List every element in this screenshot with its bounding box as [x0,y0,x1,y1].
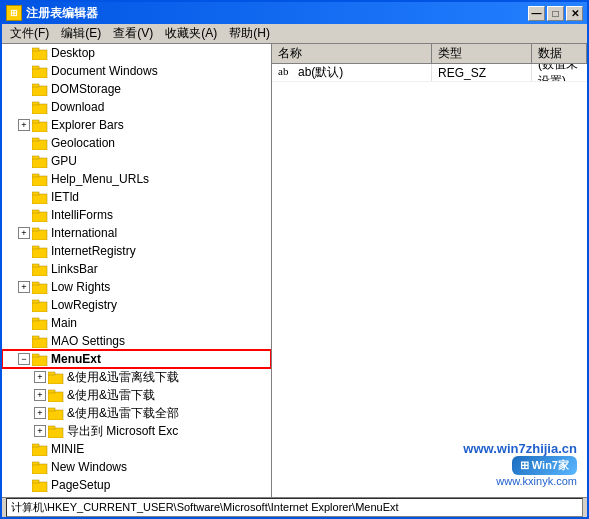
minimize-button[interactable]: — [528,6,545,21]
right-panel-header: 名称 类型 数据 [272,44,587,64]
folder-icon [48,406,64,420]
svg-rect-36 [48,374,63,384]
window-title: 注册表编辑器 [26,5,98,22]
tree-item-internetregistry[interactable]: InternetRegistry [2,242,271,260]
registry-editor-window: ⊞ 注册表编辑器 — □ ✕ 文件(F) 编辑(E) 查看(V) 收藏夹(A) … [0,0,589,519]
svg-rect-17 [32,192,39,195]
app-icon: ⊞ [6,5,22,21]
tree-label-menuext-child4: 导出到 Microsoft Exc [67,423,178,440]
svg-rect-41 [48,408,55,411]
folder-icon [32,190,48,204]
svg-rect-2 [32,68,47,78]
tree-label-minie: MINIE [51,442,84,456]
svg-rect-1 [32,48,39,51]
folder-icon [32,316,48,330]
tree-item-mao-settings[interactable]: MAO Settings [2,332,271,350]
tree-item-low-rights[interactable]: + Low Rights [2,278,271,296]
status-path: 计算机\HKEY_CURRENT_USER\Software\Microsoft… [6,498,583,517]
folder-icon [48,424,64,438]
col-header-type: 类型 [432,44,532,63]
tree-item-linksbar[interactable]: LinksBar [2,260,271,278]
tree-item-international[interactable]: + International [2,224,271,242]
tree-item-help-menu-urls[interactable]: Help_Menu_URLs [2,170,271,188]
svg-rect-39 [48,390,55,393]
tree-label-pagesetup: PageSetup [51,478,110,492]
folder-icon [32,46,48,60]
svg-rect-6 [32,104,47,114]
right-panel: 名称 类型 数据 ab ab(默认) REG_SZ (数值未设置) [272,44,587,497]
menu-bar: 文件(F) 编辑(E) 查看(V) 收藏夹(A) 帮助(H) [2,24,587,44]
tree-item-new-windows[interactable]: New Windows [2,458,271,476]
folder-icon [32,172,48,186]
tree-item-domstorage[interactable]: DOMStorage [2,80,271,98]
svg-rect-47 [32,462,39,465]
tree-item-geolocation[interactable]: Geolocation [2,134,271,152]
svg-rect-32 [32,338,47,348]
svg-rect-0 [32,50,47,60]
svg-rect-27 [32,282,39,285]
tree-item-menuext-child4[interactable]: + 导出到 Microsoft Exc [2,422,271,440]
tree-label-domstorage: DOMStorage [51,82,121,96]
tree-item-intelliforms[interactable]: IntelliForms [2,206,271,224]
tree-scroll[interactable]: Desktop Document Windows [2,44,271,497]
col-header-name: 名称 [272,44,432,63]
tree-item-menuext-child3[interactable]: + &使用&迅雷下载全部 [2,404,271,422]
menu-view[interactable]: 查看(V) [107,23,159,44]
close-button[interactable]: ✕ [566,6,583,21]
menu-file[interactable]: 文件(F) [4,23,55,44]
tree-label-main: Main [51,316,77,330]
col-header-data: 数据 [532,44,587,63]
svg-rect-48 [32,482,47,492]
tree-item-lowregistry[interactable]: LowRegistry [2,296,271,314]
menu-favorites[interactable]: 收藏夹(A) [159,23,223,44]
main-content: Desktop Document Windows [2,44,587,497]
svg-rect-18 [32,212,47,222]
tree-item-desktop[interactable]: Desktop [2,44,271,62]
svg-rect-20 [32,230,47,240]
svg-rect-33 [32,336,39,339]
folder-icon [32,244,48,258]
folder-icon [32,64,48,78]
folder-icon [32,226,48,240]
svg-rect-25 [32,264,39,267]
folder-icon [32,298,48,312]
svg-rect-21 [32,228,39,231]
svg-rect-44 [32,446,47,456]
svg-rect-13 [32,156,39,159]
tree-label-gpu: GPU [51,154,77,168]
right-content[interactable]: ab ab(默认) REG_SZ (数值未设置) [272,64,587,497]
tree-item-gpu[interactable]: GPU [2,152,271,170]
folder-icon [32,334,48,348]
tree-item-menuext-child1[interactable]: + &使用&迅雷离线下载 [2,368,271,386]
folder-icon [32,154,48,168]
svg-rect-24 [32,266,47,276]
title-bar-left: ⊞ 注册表编辑器 [6,5,98,22]
tree-item-pagesetup[interactable]: PageSetup [2,476,271,494]
tree-item-menuext[interactable]: − MenuExt [2,350,271,368]
svg-rect-10 [32,140,47,150]
tree-item-document-windows[interactable]: Document Windows [2,62,271,80]
tree-label-document-windows: Document Windows [51,64,158,78]
tree-item-minie[interactable]: MINIE [2,440,271,458]
svg-rect-11 [32,138,39,141]
svg-rect-40 [48,410,63,420]
tree-label-menuext-child3: &使用&迅雷下载全部 [67,405,179,422]
svg-rect-43 [48,426,55,429]
tree-item-explorer-bars[interactable]: + Explorer Bars [2,116,271,134]
svg-rect-22 [32,248,47,258]
svg-rect-12 [32,158,47,168]
tree-item-ietld[interactable]: IETld [2,188,271,206]
tree-label-mao-settings: MAO Settings [51,334,125,348]
registry-value-row[interactable]: ab ab(默认) REG_SZ (数值未设置) [272,64,587,82]
tree-item-download[interactable]: Download [2,98,271,116]
menu-help[interactable]: 帮助(H) [223,23,276,44]
tree-item-menuext-child2[interactable]: + &使用&迅雷下载 [2,386,271,404]
folder-icon [32,442,48,456]
svg-rect-42 [48,428,63,438]
maximize-button[interactable]: □ [547,6,564,21]
menu-edit[interactable]: 编辑(E) [55,23,107,44]
folder-icon [32,280,48,294]
tree-item-main[interactable]: Main [2,314,271,332]
svg-text:ab: ab [278,65,289,77]
svg-rect-9 [32,120,39,123]
